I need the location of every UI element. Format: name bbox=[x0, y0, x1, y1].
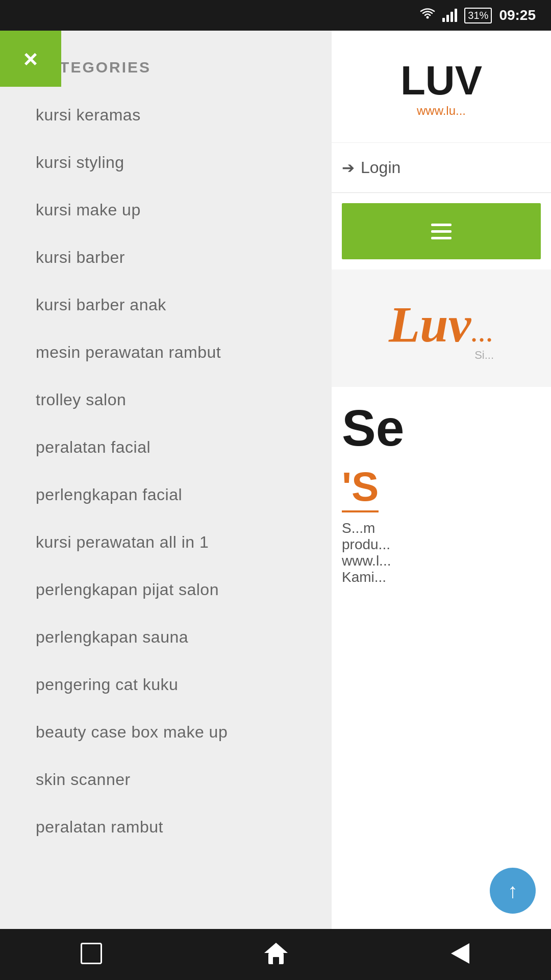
login-section[interactable]: ➔ Login bbox=[332, 143, 551, 193]
arrow-up-icon: ↑ bbox=[508, 880, 518, 901]
category-item-mesin-perawatan-rambut[interactable]: mesin perawatan rambut bbox=[36, 329, 296, 376]
desc-line-1: S...m bbox=[342, 520, 541, 536]
status-time: 09:25 bbox=[499, 7, 536, 23]
svg-marker-1 bbox=[264, 943, 288, 953]
nav-home-button[interactable] bbox=[263, 942, 289, 967]
menu-btn-area bbox=[332, 193, 551, 270]
category-item-trolley-salon[interactable]: trolley salon bbox=[36, 376, 296, 424]
category-item-perlengkapan-pijat-salon[interactable]: perlengkapan pijat salon bbox=[36, 566, 296, 614]
login-link[interactable]: ➔ Login bbox=[342, 158, 541, 177]
orange-letter: 'S bbox=[342, 463, 379, 512]
login-arrow-icon: ➔ bbox=[342, 159, 355, 177]
category-item-kursi-styling[interactable]: kursi styling bbox=[36, 139, 296, 186]
back-icon bbox=[450, 942, 470, 965]
desc-line-3: www.l... bbox=[342, 553, 541, 569]
page-wrapper: × CATEGORIES kursi keramas kursi styling… bbox=[0, 31, 551, 980]
nav-square-button[interactable] bbox=[81, 943, 102, 966]
battery-icon: 31% bbox=[464, 8, 492, 23]
cursive-logo-area: Luv... Si... bbox=[332, 270, 551, 387]
category-item-peralatan-rambut[interactable]: peralatan rambut bbox=[36, 803, 296, 851]
desc-line-4: Kami... bbox=[342, 569, 541, 585]
nav-bar bbox=[0, 929, 551, 980]
category-item-beauty-case-box-make-up[interactable]: beauty case box make up bbox=[36, 708, 296, 756]
close-button[interactable]: × bbox=[0, 31, 61, 87]
category-list: kursi keramas kursi styling kursi make u… bbox=[0, 91, 332, 851]
category-item-kursi-barber-anak[interactable]: kursi barber anak bbox=[36, 281, 296, 329]
signal-icon bbox=[442, 9, 457, 22]
svg-rect-3 bbox=[273, 957, 279, 964]
text-content-area: Se 'S S...m produ... www.l... Kami... bbox=[332, 387, 551, 601]
logo-text: LUV bbox=[400, 60, 482, 101]
category-item-pengering-cat-kuku[interactable]: pengering cat kuku bbox=[36, 661, 296, 708]
hamburger-icon bbox=[431, 224, 452, 239]
description-text: S...m produ... www.l... Kami... bbox=[342, 520, 541, 585]
desc-line-2: produ... bbox=[342, 536, 541, 553]
logo-url: www.lu... bbox=[400, 104, 482, 118]
category-item-peralatan-facial[interactable]: peralatan facial bbox=[36, 424, 296, 471]
menu-button[interactable] bbox=[342, 203, 541, 259]
wifi-icon bbox=[420, 8, 435, 23]
nav-back-button[interactable] bbox=[450, 942, 470, 967]
category-item-kursi-make-up[interactable]: kursi make up bbox=[36, 186, 296, 234]
category-item-kursi-perawatan-all-in-1[interactable]: kursi perawatan all in 1 bbox=[36, 519, 296, 566]
category-item-skin-scanner[interactable]: skin scanner bbox=[36, 756, 296, 803]
status-bar: 31% 09:25 bbox=[0, 0, 551, 31]
login-label: Login bbox=[361, 158, 400, 177]
square-icon bbox=[81, 957, 102, 966]
category-item-kursi-keramas[interactable]: kursi keramas bbox=[36, 91, 296, 139]
cursive-logo: Luv... bbox=[389, 295, 494, 354]
scroll-top-button[interactable]: ↑ bbox=[490, 868, 536, 914]
right-panel: LUV www.lu... ➔ Login bbox=[332, 31, 551, 980]
category-item-perlengkapan-facial[interactable]: perlengkapan facial bbox=[36, 471, 296, 519]
close-icon: × bbox=[23, 45, 38, 73]
home-icon bbox=[263, 942, 289, 965]
categories-panel: × CATEGORIES kursi keramas kursi styling… bbox=[0, 31, 332, 980]
status-icons: 31% 09:25 bbox=[420, 7, 536, 23]
svg-marker-4 bbox=[451, 943, 469, 964]
big-text: Se bbox=[342, 402, 541, 453]
logo-area: LUV www.lu... bbox=[332, 31, 551, 143]
svg-point-0 bbox=[427, 16, 429, 18]
category-item-perlengkapan-sauna[interactable]: perlengkapan sauna bbox=[36, 614, 296, 661]
category-item-kursi-barber[interactable]: kursi barber bbox=[36, 234, 296, 281]
